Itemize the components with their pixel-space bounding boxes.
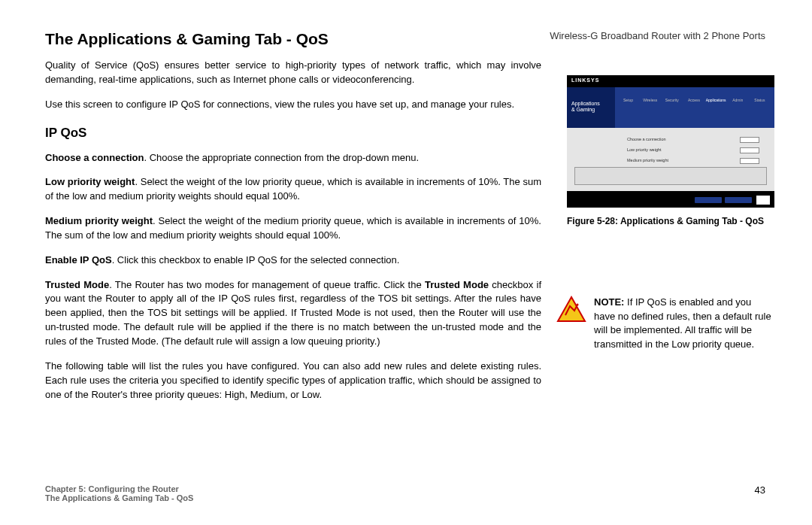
svg-marker-0 <box>558 297 585 321</box>
low-priority-para: Low priority weight. Select the weight o… <box>45 175 541 204</box>
figure-caption: Figure 5-28: Applications & Gaming Tab -… <box>556 215 774 228</box>
product-header: Wireless-G Broadband Router with 2 Phone… <box>550 30 765 41</box>
enable-label: Enable IP QoS <box>45 254 112 266</box>
trusted-pre: . The Router has two modes for managemen… <box>109 279 425 290</box>
page-number: 43 <box>755 484 765 496</box>
footer-section: The Applications & Gaming Tab - QoS <box>45 493 765 502</box>
trusted-label: Trusted Mode <box>45 279 109 290</box>
figure-screenshot: LINKSYS Applications & Gaming Setup Wire… <box>567 75 774 208</box>
trusted-mode-para: Trusted Mode. The Router has two modes f… <box>45 278 541 349</box>
choose-text: . Choose the appropriate connection from… <box>144 152 419 163</box>
subheading-ipqos: IP QoS <box>45 126 541 141</box>
table-description-para: The following table will list the rules … <box>45 360 541 402</box>
note-label: NOTE: <box>594 296 624 308</box>
enable-ipqos-para: Enable IP QoS. Click this checkbox to en… <box>45 253 541 268</box>
choose-connection-para: Choose a connection. Choose the appropri… <box>45 151 541 165</box>
intro-paragraph-2: Use this screen to configure IP QoS for … <box>45 98 541 112</box>
main-content: Quality of Service (QoS) ensures better … <box>45 59 541 412</box>
figure-logo: LINKSYS <box>567 75 774 87</box>
choose-label: Choose a connection <box>45 152 144 163</box>
enable-text: . Click this checkbox to enable IP QoS f… <box>112 254 400 266</box>
low-label: Low priority weight <box>45 176 135 187</box>
footer-chapter: Chapter 5: Configuring the Router <box>45 484 765 493</box>
note-box: NOTE: If IP QoS is enabled and you have … <box>556 296 774 352</box>
svg-point-1 <box>577 303 579 305</box>
trusted-mid: Trusted Mode <box>425 279 489 290</box>
med-label: Medium priority weight <box>45 215 153 226</box>
warning-icon <box>556 296 586 323</box>
page-footer: Chapter 5: Configuring the Router The Ap… <box>45 484 765 502</box>
note-text: NOTE: If IP QoS is enabled and you have … <box>594 296 774 352</box>
medium-priority-para: Medium priority weight. Select the weigh… <box>45 214 541 243</box>
intro-paragraph-1: Quality of Service (QoS) ensures better … <box>45 59 541 87</box>
figure-sidebar: Applications & Gaming <box>567 87 615 128</box>
